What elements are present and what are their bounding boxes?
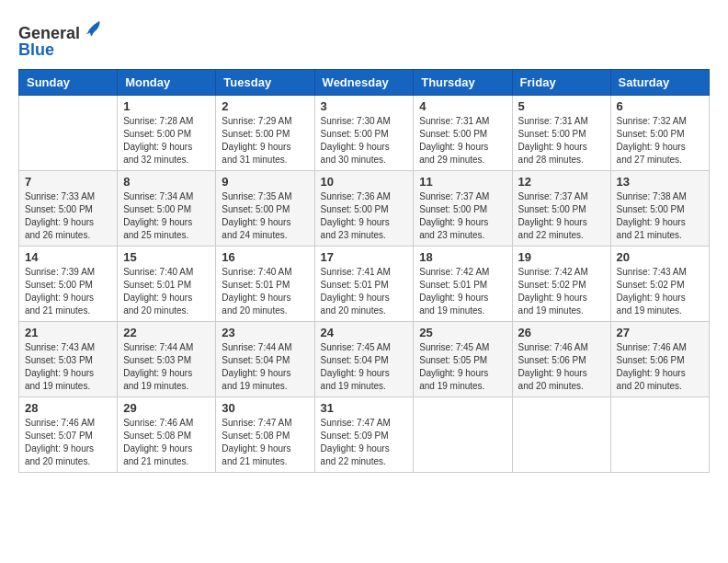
calendar-cell: 8Sunrise: 7:34 AM Sunset: 5:00 PM Daylig… [118,170,216,246]
day-info: Sunrise: 7:32 AM Sunset: 5:00 PM Dayligh… [617,115,703,167]
day-info: Sunrise: 7:31 AM Sunset: 5:00 PM Dayligh… [419,115,506,167]
week-row-5: 28Sunrise: 7:46 AM Sunset: 5:07 PM Dayli… [19,396,710,472]
day-number: 8 [123,175,210,189]
calendar-cell: 31Sunrise: 7:47 AM Sunset: 5:09 PM Dayli… [314,396,414,472]
calendar-cell: 29Sunrise: 7:46 AM Sunset: 5:08 PM Dayli… [118,396,216,472]
day-number: 14 [25,250,111,264]
day-info: Sunrise: 7:34 AM Sunset: 5:00 PM Dayligh… [123,190,210,242]
day-number: 5 [518,99,605,113]
day-number: 27 [617,326,703,339]
week-row-3: 14Sunrise: 7:39 AM Sunset: 5:00 PM Dayli… [19,246,710,321]
day-number: 23 [222,326,308,339]
calendar-cell: 26Sunrise: 7:46 AM Sunset: 5:06 PM Dayli… [512,321,610,396]
day-info: Sunrise: 7:45 AM Sunset: 5:05 PM Dayligh… [419,341,506,393]
day-info: Sunrise: 7:46 AM Sunset: 5:08 PM Dayligh… [123,417,210,468]
col-header-sunday: Sunday [19,69,118,95]
calendar-header-row: SundayMondayTuesdayWednesdayThursdayFrid… [19,69,710,95]
calendar-cell: 14Sunrise: 7:39 AM Sunset: 5:00 PM Dayli… [19,246,118,321]
day-info: Sunrise: 7:42 AM Sunset: 5:01 PM Dayligh… [419,266,506,317]
day-info: Sunrise: 7:40 AM Sunset: 5:01 PM Dayligh… [222,266,308,317]
logo-bird-icon [82,18,102,39]
day-number: 7 [25,175,111,189]
day-number: 16 [222,250,308,264]
calendar-cell: 24Sunrise: 7:45 AM Sunset: 5:04 PM Dayli… [314,321,414,396]
calendar-cell: 18Sunrise: 7:42 AM Sunset: 5:01 PM Dayli… [414,246,512,321]
day-number: 29 [123,401,210,415]
day-info: Sunrise: 7:47 AM Sunset: 5:09 PM Dayligh… [321,417,408,468]
col-header-tuesday: Tuesday [216,69,314,95]
col-header-friday: Friday [512,69,610,95]
day-number: 15 [123,250,210,264]
day-number: 6 [617,99,703,113]
day-info: Sunrise: 7:28 AM Sunset: 5:00 PM Dayligh… [123,115,210,167]
calendar-cell: 12Sunrise: 7:37 AM Sunset: 5:00 PM Dayli… [512,170,610,246]
day-info: Sunrise: 7:42 AM Sunset: 5:02 PM Dayligh… [518,266,605,317]
day-info: Sunrise: 7:37 AM Sunset: 5:00 PM Dayligh… [518,190,605,242]
calendar-cell [610,396,709,472]
col-header-monday: Monday [118,69,216,95]
calendar-cell: 30Sunrise: 7:47 AM Sunset: 5:08 PM Dayli… [216,396,314,472]
day-info: Sunrise: 7:39 AM Sunset: 5:00 PM Dayligh… [25,266,111,317]
day-info: Sunrise: 7:43 AM Sunset: 5:03 PM Dayligh… [25,341,111,393]
calendar-cell: 23Sunrise: 7:44 AM Sunset: 5:04 PM Dayli… [216,321,314,396]
calendar-cell: 19Sunrise: 7:42 AM Sunset: 5:02 PM Dayli… [512,246,610,321]
calendar-cell: 6Sunrise: 7:32 AM Sunset: 5:00 PM Daylig… [610,95,709,170]
calendar-cell: 13Sunrise: 7:38 AM Sunset: 5:00 PM Dayli… [610,170,709,246]
day-info: Sunrise: 7:44 AM Sunset: 5:04 PM Dayligh… [222,341,308,393]
day-number: 2 [222,99,308,113]
calendar-cell [414,396,512,472]
week-row-2: 7Sunrise: 7:33 AM Sunset: 5:00 PM Daylig… [19,170,710,246]
day-number: 20 [617,250,703,264]
calendar-cell [512,396,610,472]
calendar-cell: 1Sunrise: 7:28 AM Sunset: 5:00 PM Daylig… [118,95,216,170]
day-info: Sunrise: 7:46 AM Sunset: 5:07 PM Dayligh… [25,417,111,468]
calendar-cell: 7Sunrise: 7:33 AM Sunset: 5:00 PM Daylig… [19,170,118,246]
day-number: 1 [123,99,210,113]
day-number: 11 [419,175,506,189]
calendar-cell: 3Sunrise: 7:30 AM Sunset: 5:00 PM Daylig… [314,95,414,170]
day-number: 25 [419,326,506,339]
day-number: 3 [321,99,408,113]
day-info: Sunrise: 7:46 AM Sunset: 5:06 PM Dayligh… [518,341,605,393]
day-number: 21 [25,326,111,339]
day-info: Sunrise: 7:29 AM Sunset: 5:00 PM Dayligh… [222,115,308,167]
col-header-thursday: Thursday [414,69,512,95]
day-info: Sunrise: 7:31 AM Sunset: 5:00 PM Dayligh… [518,115,605,167]
day-number: 30 [222,401,308,415]
calendar-cell: 4Sunrise: 7:31 AM Sunset: 5:00 PM Daylig… [414,95,512,170]
day-number: 28 [25,401,111,415]
day-info: Sunrise: 7:45 AM Sunset: 5:04 PM Dayligh… [321,341,408,393]
calendar-cell: 9Sunrise: 7:35 AM Sunset: 5:00 PM Daylig… [216,170,314,246]
day-info: Sunrise: 7:46 AM Sunset: 5:06 PM Dayligh… [617,341,703,393]
calendar-cell [19,95,118,170]
week-row-1: 1Sunrise: 7:28 AM Sunset: 5:00 PM Daylig… [19,95,710,170]
calendar-cell: 11Sunrise: 7:37 AM Sunset: 5:00 PM Dayli… [414,170,512,246]
day-number: 10 [321,175,408,189]
day-number: 19 [518,250,605,264]
day-info: Sunrise: 7:30 AM Sunset: 5:00 PM Dayligh… [321,115,408,167]
day-info: Sunrise: 7:43 AM Sunset: 5:02 PM Dayligh… [617,266,703,317]
calendar-cell: 17Sunrise: 7:41 AM Sunset: 5:01 PM Dayli… [314,246,414,321]
calendar-cell: 10Sunrise: 7:36 AM Sunset: 5:00 PM Dayli… [314,170,414,246]
day-info: Sunrise: 7:35 AM Sunset: 5:00 PM Dayligh… [222,190,308,242]
week-row-4: 21Sunrise: 7:43 AM Sunset: 5:03 PM Dayli… [19,321,710,396]
day-info: Sunrise: 7:41 AM Sunset: 5:01 PM Dayligh… [321,266,408,317]
calendar-table: SundayMondayTuesdayWednesdayThursdayFrid… [18,69,710,473]
calendar-cell: 27Sunrise: 7:46 AM Sunset: 5:06 PM Dayli… [610,321,709,396]
day-number: 18 [419,250,506,264]
calendar-cell: 5Sunrise: 7:31 AM Sunset: 5:00 PM Daylig… [512,95,610,170]
day-info: Sunrise: 7:38 AM Sunset: 5:00 PM Dayligh… [617,190,703,242]
day-number: 22 [123,326,210,339]
calendar-cell: 21Sunrise: 7:43 AM Sunset: 5:03 PM Dayli… [19,321,118,396]
day-number: 12 [518,175,605,189]
day-info: Sunrise: 7:36 AM Sunset: 5:00 PM Dayligh… [321,190,408,242]
calendar-cell: 25Sunrise: 7:45 AM Sunset: 5:05 PM Dayli… [414,321,512,396]
col-header-saturday: Saturday [610,69,709,95]
calendar-cell: 22Sunrise: 7:44 AM Sunset: 5:03 PM Dayli… [118,321,216,396]
col-header-wednesday: Wednesday [314,69,414,95]
calendar-cell: 20Sunrise: 7:43 AM Sunset: 5:02 PM Dayli… [610,246,709,321]
day-number: 4 [419,99,506,113]
page-header: General Blue [18,18,710,60]
calendar-cell: 2Sunrise: 7:29 AM Sunset: 5:00 PM Daylig… [216,95,314,170]
day-info: Sunrise: 7:37 AM Sunset: 5:00 PM Dayligh… [419,190,506,242]
